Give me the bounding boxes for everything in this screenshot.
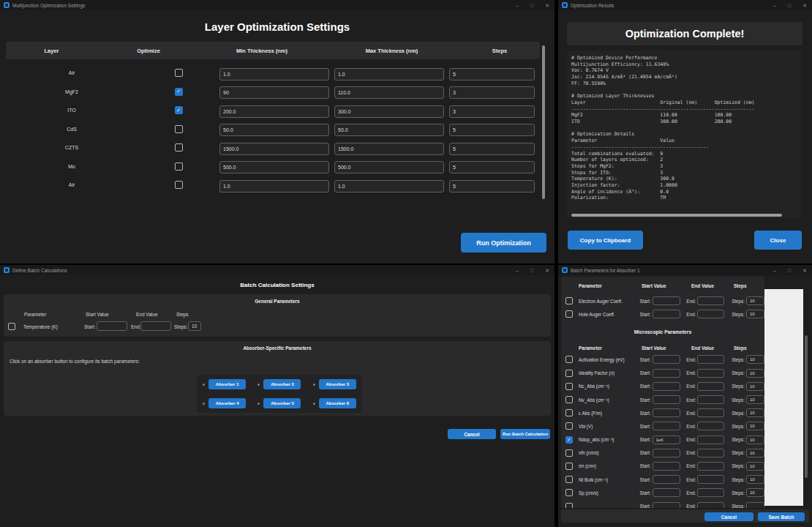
parameter-checkbox[interactable] bbox=[565, 297, 573, 304]
minimize-icon[interactable]: – bbox=[516, 268, 519, 273]
end-value-input[interactable] bbox=[697, 502, 724, 508]
minimize-icon[interactable]: – bbox=[516, 3, 519, 8]
parameter-checkbox[interactable] bbox=[565, 396, 573, 403]
start-value-input[interactable] bbox=[653, 382, 680, 391]
max-thickness-input[interactable] bbox=[334, 105, 444, 118]
temperature-steps-input[interactable] bbox=[188, 321, 201, 331]
parameter-checkbox[interactable] bbox=[565, 310, 573, 318]
start-value-input[interactable] bbox=[653, 369, 680, 378]
end-value-input[interactable] bbox=[697, 408, 724, 417]
save-batch-button[interactable]: Save Batch bbox=[758, 512, 805, 521]
start-value-input[interactable] bbox=[653, 355, 680, 364]
steps-value-input[interactable] bbox=[746, 475, 764, 484]
temperature-end-input[interactable] bbox=[140, 321, 171, 331]
start-value-input[interactable] bbox=[653, 310, 680, 318]
titlebar[interactable]: Optimization Results – □ ✕ bbox=[558, 0, 812, 10]
steps-value-input[interactable] bbox=[746, 502, 764, 508]
end-value-input[interactable] bbox=[697, 436, 724, 444]
run-batch-calculation-button[interactable]: Run Batch Calculation bbox=[500, 429, 550, 439]
steps-input[interactable] bbox=[449, 105, 535, 118]
parameter-checkbox[interactable] bbox=[565, 449, 573, 457]
start-value-input[interactable] bbox=[653, 408, 680, 417]
close-icon[interactable]: ✕ bbox=[545, 268, 549, 273]
steps-input[interactable] bbox=[449, 161, 535, 173]
max-thickness-input[interactable] bbox=[334, 180, 444, 193]
parameter-checkbox[interactable] bbox=[565, 463, 573, 470]
end-value-input[interactable] bbox=[697, 369, 724, 378]
close-icon[interactable]: ✕ bbox=[545, 3, 549, 8]
cancel-button[interactable]: Cancel bbox=[704, 512, 753, 521]
vertical-scrollbar[interactable] bbox=[542, 45, 545, 199]
end-value-input[interactable] bbox=[697, 462, 724, 471]
steps-value-input[interactable] bbox=[746, 395, 764, 404]
close-button[interactable]: Close bbox=[754, 231, 802, 250]
absorber-button[interactable]: Absorber 6 bbox=[319, 398, 356, 408]
steps-value-input[interactable] bbox=[746, 296, 764, 305]
parameter-checkbox[interactable]: ✓ bbox=[565, 436, 573, 444]
close-icon[interactable]: ✕ bbox=[802, 268, 807, 273]
steps-value-input[interactable] bbox=[746, 408, 764, 417]
optimize-checkbox[interactable] bbox=[175, 69, 183, 77]
end-value-input[interactable] bbox=[697, 488, 724, 497]
titlebar[interactable]: Multijunction Optimization Settings – □ … bbox=[0, 0, 555, 10]
steps-value-input[interactable] bbox=[746, 310, 764, 318]
maximize-icon[interactable]: □ bbox=[530, 3, 533, 8]
end-value-input[interactable] bbox=[697, 310, 724, 318]
minimize-icon[interactable]: – bbox=[773, 268, 776, 273]
optimize-checkbox[interactable] bbox=[175, 181, 183, 189]
end-value-input[interactable] bbox=[697, 422, 724, 430]
start-value-input[interactable] bbox=[653, 422, 680, 430]
steps-input[interactable] bbox=[449, 86, 535, 99]
min-thickness-input[interactable] bbox=[219, 105, 329, 118]
parameter-checkbox[interactable] bbox=[565, 409, 573, 416]
absorber-button[interactable]: Absorber 5 bbox=[263, 398, 301, 408]
end-value-input[interactable] bbox=[697, 395, 724, 404]
steps-input[interactable] bbox=[449, 68, 535, 81]
max-thickness-input[interactable] bbox=[334, 161, 444, 173]
run-optimization-button[interactable]: Run Optimization bbox=[461, 233, 546, 253]
start-value-input[interactable] bbox=[653, 502, 680, 508]
parameter-checkbox[interactable] bbox=[565, 489, 573, 496]
steps-value-input[interactable] bbox=[746, 462, 764, 471]
optimize-checkbox[interactable] bbox=[175, 162, 183, 171]
horizontal-scrollbar[interactable] bbox=[571, 214, 782, 217]
start-value-input[interactable] bbox=[653, 395, 680, 404]
end-value-input[interactable] bbox=[697, 296, 724, 305]
copy-to-clipboard-button[interactable]: Copy to Clipboard bbox=[568, 231, 643, 250]
start-value-input[interactable] bbox=[653, 296, 680, 305]
end-value-input[interactable] bbox=[697, 382, 724, 391]
steps-input[interactable] bbox=[449, 124, 535, 136]
steps-value-input[interactable] bbox=[746, 369, 764, 378]
steps-value-input[interactable] bbox=[746, 355, 764, 364]
parameter-checkbox[interactable] bbox=[565, 503, 573, 508]
max-thickness-input[interactable] bbox=[334, 86, 444, 99]
temperature-start-input[interactable] bbox=[97, 321, 127, 331]
maximize-icon[interactable]: □ bbox=[788, 268, 791, 273]
optimize-checkbox[interactable]: ✓ bbox=[175, 88, 183, 96]
maximize-icon[interactable]: □ bbox=[530, 268, 533, 273]
start-value-input[interactable] bbox=[653, 475, 680, 484]
steps-input[interactable] bbox=[449, 180, 535, 193]
min-thickness-input[interactable] bbox=[219, 68, 329, 81]
end-value-input[interactable] bbox=[697, 475, 724, 484]
close-icon[interactable]: ✕ bbox=[802, 3, 807, 8]
min-thickness-input[interactable] bbox=[219, 161, 329, 173]
end-value-input[interactable] bbox=[697, 355, 724, 364]
min-thickness-input[interactable] bbox=[219, 86, 329, 99]
parameter-checkbox[interactable] bbox=[565, 370, 573, 377]
maximize-icon[interactable]: □ bbox=[788, 3, 791, 8]
steps-value-input[interactable] bbox=[746, 422, 764, 430]
parameter-checkbox[interactable] bbox=[565, 476, 573, 483]
steps-input[interactable] bbox=[449, 143, 535, 155]
optimize-checkbox[interactable]: ✓ bbox=[175, 106, 183, 114]
steps-value-input[interactable] bbox=[746, 436, 764, 444]
optimize-checkbox[interactable] bbox=[175, 143, 183, 152]
minimize-icon[interactable]: – bbox=[773, 3, 776, 8]
cancel-button[interactable]: Cancel bbox=[448, 429, 496, 439]
absorber-button[interactable]: Absorber 3 bbox=[319, 379, 356, 389]
absorber-button[interactable]: Absorber 4 bbox=[208, 398, 246, 408]
titlebar[interactable]: Define Batch Calculations – □ ✕ bbox=[0, 265, 555, 275]
steps-value-input[interactable] bbox=[746, 488, 764, 497]
max-thickness-input[interactable] bbox=[334, 124, 444, 136]
titlebar[interactable]: Batch Parameters for Absorber 1 – □ ✕ bbox=[558, 265, 812, 275]
